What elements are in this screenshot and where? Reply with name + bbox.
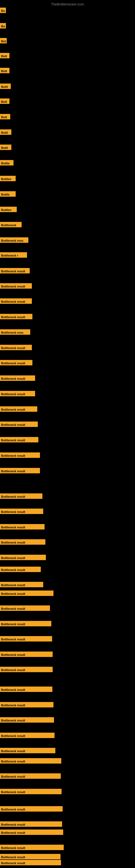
bottleneck-label-3: Bot <box>0 38 7 43</box>
bottleneck-label-42: Bottleneck result <box>0 636 52 642</box>
bottleneck-label-15: Bottleneck <box>0 222 21 227</box>
bottleneck-label-16: Bottleneck resu <box>0 237 28 243</box>
bottleneck-label-51: Bottleneck result <box>0 773 61 779</box>
bottleneck-label-48: Bottleneck result <box>0 733 54 738</box>
bottleneck-label-50: Bottleneck result <box>0 758 61 764</box>
bottleneck-label-7: Bott <box>0 98 9 104</box>
bottleneck-label-52: Bottleneck result <box>0 789 61 794</box>
bottleneck-label-12: Bottlen <box>0 176 16 181</box>
bottleneck-label-45: Bottleneck result <box>0 686 52 692</box>
bottleneck-label-4: Bott <box>0 53 9 58</box>
site-title: TheBottlenecker.com <box>51 2 84 6</box>
bottleneck-label-19: Bottleneck result <box>0 283 32 289</box>
bottleneck-label-44: Bottleneck result <box>0 667 53 672</box>
bottleneck-label-25: Bottleneck result <box>0 375 35 381</box>
bottleneck-label-32: Bottleneck result <box>0 493 42 499</box>
bottleneck-label-43: Bottleneck result <box>0 652 53 657</box>
bottleneck-label-26: Bottleneck result <box>0 391 35 396</box>
bottleneck-label-55: Bottleneck result <box>0 830 63 835</box>
bottleneck-label-24: Bottleneck result <box>0 360 32 365</box>
bottleneck-label-58: Bottleneck result <box>0 860 61 865</box>
bottleneck-label-8: Bott <box>0 114 10 119</box>
bottleneck-label-10: Bottl <box>0 145 11 150</box>
bottleneck-label-2: Bo <box>0 23 6 29</box>
bottleneck-label-30: Bottleneck result <box>0 453 40 458</box>
bottleneck-label-37: Bottleneck result <box>0 567 41 572</box>
bottleneck-label-34: Bottleneck result <box>0 524 45 529</box>
bottleneck-label-54: Bottleneck result <box>0 822 62 827</box>
bottleneck-label-13: Bottle <box>0 191 16 197</box>
bottleneck-label-47: Bottleneck result <box>0 717 54 723</box>
bottleneck-label-6: Bottl <box>0 84 11 89</box>
bottleneck-label-9: Bottl <box>0 129 11 135</box>
bottleneck-label-1: Bo <box>0 8 6 13</box>
bottleneck-label-28: Bottleneck result <box>0 422 38 427</box>
bottleneck-label-33: Bottleneck result <box>0 508 43 514</box>
bottleneck-label-57: Bottleneck result <box>0 854 60 859</box>
bottleneck-label-18: Bottleneck result <box>0 268 30 273</box>
bottleneck-label-40: Bottleneck result <box>0 606 50 611</box>
bottleneck-label-49: Bottleneck result <box>0 748 55 753</box>
bottleneck-label-36: Bottleneck result <box>0 555 46 560</box>
bottleneck-label-39: Bottleneck result <box>0 590 53 596</box>
bottleneck-label-17: Bottleneck r <box>0 252 27 258</box>
bottleneck-label-14: Bottlen <box>0 207 17 212</box>
bottleneck-label-5: Bott <box>0 68 9 73</box>
bottleneck-label-38: Bottleneck result <box>0 582 43 587</box>
bottleneck-label-31: Bottleneck result <box>0 468 40 473</box>
bottleneck-label-21: Bottleneck result <box>0 314 32 319</box>
bottleneck-label-23: Bottleneck result <box>0 345 32 350</box>
bottleneck-label-29: Bottleneck result <box>0 437 38 442</box>
bottleneck-label-35: Bottleneck result <box>0 539 45 545</box>
bottleneck-label-53: Bottleneck result <box>0 806 63 812</box>
bottleneck-label-11: Bottle <box>0 160 13 165</box>
bottleneck-label-27: Bottleneck result <box>0 406 37 412</box>
bottleneck-label-20: Bottleneck result <box>0 299 32 304</box>
bottleneck-label-41: Bottleneck result <box>0 621 51 626</box>
bottleneck-label-46: Bottleneck result <box>0 702 53 707</box>
bottleneck-label-56: Bottleneck result <box>0 845 64 850</box>
bottleneck-label-22: Bottleneck resu <box>0 329 30 335</box>
